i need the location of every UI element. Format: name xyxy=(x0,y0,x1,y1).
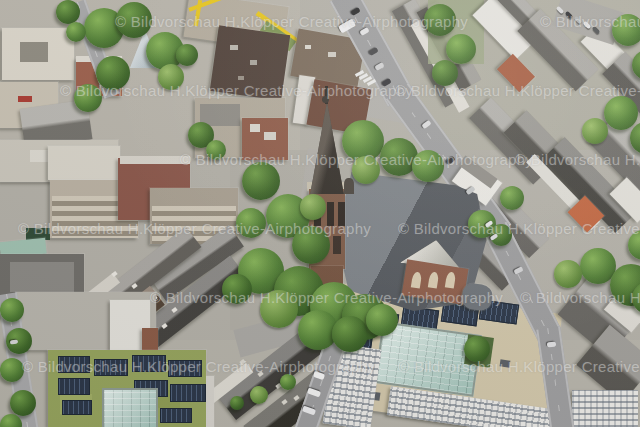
building-mansard-top xyxy=(10,262,74,292)
tree xyxy=(604,96,638,130)
tree xyxy=(412,150,444,182)
tree xyxy=(446,34,476,64)
solar-panel-array xyxy=(160,408,192,423)
tree xyxy=(432,60,458,86)
tower-window-slit xyxy=(333,236,341,254)
tree xyxy=(554,260,582,288)
rooftop-unit xyxy=(30,150,50,162)
tree xyxy=(176,44,198,66)
rooftop-unit xyxy=(250,60,257,65)
tree xyxy=(292,226,330,264)
tree xyxy=(500,186,524,210)
solar-panel-array xyxy=(170,384,206,402)
chimney-brick xyxy=(142,328,158,352)
rooftop-unit xyxy=(328,52,336,57)
tree xyxy=(464,336,490,362)
tower-window-slit xyxy=(338,202,345,226)
tree xyxy=(612,14,640,46)
tree xyxy=(158,64,184,90)
aerial-photograph: © Bildvorschau H.Klöpper Creative-Airpho… xyxy=(0,0,640,427)
parking-roof-white xyxy=(48,146,120,180)
tree xyxy=(242,162,280,200)
tree xyxy=(260,290,298,328)
tree xyxy=(352,156,380,184)
rooftop-unit xyxy=(264,132,276,140)
church-spire-ball xyxy=(322,96,329,103)
solar-panel-array xyxy=(132,355,166,372)
solar-panel-array xyxy=(94,359,128,376)
tree xyxy=(332,316,368,352)
rooftop-vent xyxy=(500,359,511,367)
church-turret xyxy=(344,178,354,194)
tree xyxy=(10,390,36,416)
solar-panel-array xyxy=(58,356,90,373)
tree xyxy=(222,274,252,304)
tree xyxy=(582,118,608,144)
building-brick-store-roof xyxy=(120,156,190,164)
tree xyxy=(280,374,296,390)
tower-window-slit xyxy=(327,202,334,226)
solar-panel-array xyxy=(58,378,90,395)
solar-panel-array xyxy=(168,360,202,377)
rooftop-unit xyxy=(238,76,244,80)
building-white-corner xyxy=(572,390,638,427)
rooftop-unit xyxy=(230,45,238,50)
tree xyxy=(74,84,102,112)
tree xyxy=(116,2,152,38)
tree xyxy=(206,140,226,160)
inner-courtyard xyxy=(20,42,48,62)
tree xyxy=(300,194,326,220)
glass-atrium xyxy=(102,388,158,427)
tree xyxy=(250,386,268,404)
tree xyxy=(96,56,130,90)
tree xyxy=(0,358,24,382)
tree xyxy=(0,298,24,322)
solar-panel-array xyxy=(62,400,92,415)
tree xyxy=(236,208,266,238)
tree xyxy=(424,4,456,36)
rooftop-unit xyxy=(305,45,311,49)
tree xyxy=(366,304,398,336)
tree xyxy=(56,0,80,24)
tree xyxy=(230,396,244,410)
rooftop-unit xyxy=(250,124,260,132)
tree xyxy=(66,22,86,42)
storefront-awning-red xyxy=(18,96,32,102)
